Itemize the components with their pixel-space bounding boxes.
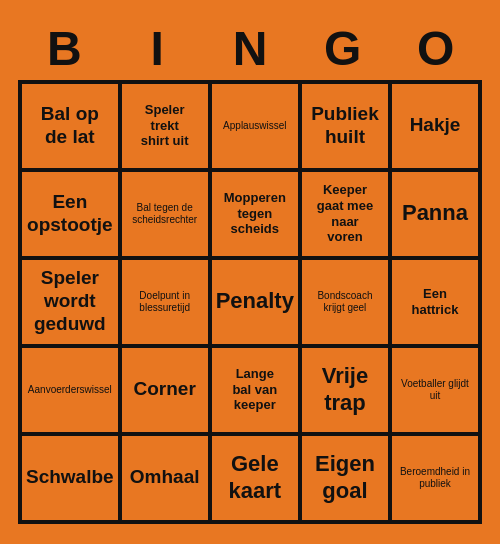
cell-label: Omhaal	[130, 466, 200, 489]
bingo-cell: Speler wordt geduwd	[20, 258, 120, 346]
cell-label: Eigen goal	[315, 451, 375, 504]
bingo-cell: Mopperen tegen scheids	[210, 170, 300, 258]
bingo-cell: Applauswissel	[210, 82, 300, 170]
bingo-cell: Doelpunt in blessuretijd	[120, 258, 210, 346]
cell-label: Bal tegen de scheidsrechter	[126, 202, 204, 226]
cell-label: Corner	[134, 378, 196, 401]
bingo-cell: Beroemdheid in publiek	[390, 434, 480, 522]
cell-label: Bondscoach krijgt geel	[306, 290, 384, 314]
cell-label: Doelpunt in blessuretijd	[126, 290, 204, 314]
bingo-cell: Publiek huilt	[300, 82, 390, 170]
bingo-cell: Voetballer glijdt uit	[390, 346, 480, 434]
bingo-cell: Omhaal	[120, 434, 210, 522]
bingo-cell: Speler trekt shirt uit	[120, 82, 210, 170]
cell-label: Beroemdheid in publiek	[396, 466, 474, 490]
bingo-cell: Hakje	[390, 82, 480, 170]
bingo-cell: Vrije trap	[300, 346, 390, 434]
cell-label: Voetballer glijdt uit	[396, 378, 474, 402]
bingo-cell: Corner	[120, 346, 210, 434]
cell-label: Applauswissel	[223, 120, 286, 132]
cell-label: Gele kaart	[229, 451, 282, 504]
cell-label: Panna	[402, 200, 468, 226]
bingo-header: BINGO	[18, 21, 482, 76]
header-letter: I	[113, 21, 201, 76]
cell-label: Vrije trap	[322, 363, 368, 416]
bingo-cell: Lange bal van keeper	[210, 346, 300, 434]
bingo-cell: Penalty	[210, 258, 300, 346]
cell-label: Penalty	[216, 288, 294, 314]
bingo-cell: Een hattrick	[390, 258, 480, 346]
cell-label: Hakje	[410, 114, 461, 137]
cell-label: Aanvoerderswissel	[28, 384, 112, 396]
header-letter: G	[299, 21, 387, 76]
header-letter: N	[206, 21, 294, 76]
bingo-cell: Panna	[390, 170, 480, 258]
bingo-cell: Een opstootje	[20, 170, 120, 258]
cell-label: Speler wordt geduwd	[34, 267, 106, 335]
bingo-cell: Bondscoach krijgt geel	[300, 258, 390, 346]
header-letter: B	[20, 21, 108, 76]
cell-label: Een hattrick	[411, 286, 458, 317]
bingo-cell: Gele kaart	[210, 434, 300, 522]
cell-label: Publiek huilt	[311, 103, 379, 149]
bingo-grid: Bal op de latSpeler trekt shirt uitAppla…	[18, 80, 482, 524]
bingo-card: BINGO Bal op de latSpeler trekt shirt ui…	[10, 13, 490, 532]
cell-label: Bal op de lat	[41, 103, 99, 149]
bingo-cell: Aanvoerderswissel	[20, 346, 120, 434]
cell-label: Lange bal van keeper	[232, 366, 277, 413]
cell-label: Keeper gaat mee naar voren	[317, 182, 373, 244]
header-letter: O	[392, 21, 480, 76]
cell-label: Een opstootje	[27, 191, 113, 237]
cell-label: Schwalbe	[26, 466, 114, 489]
cell-label: Mopperen tegen scheids	[224, 190, 286, 237]
bingo-cell: Schwalbe	[20, 434, 120, 522]
cell-label: Speler trekt shirt uit	[141, 102, 189, 149]
bingo-cell: Bal op de lat	[20, 82, 120, 170]
bingo-cell: Bal tegen de scheidsrechter	[120, 170, 210, 258]
bingo-cell: Keeper gaat mee naar voren	[300, 170, 390, 258]
bingo-cell: Eigen goal	[300, 434, 390, 522]
